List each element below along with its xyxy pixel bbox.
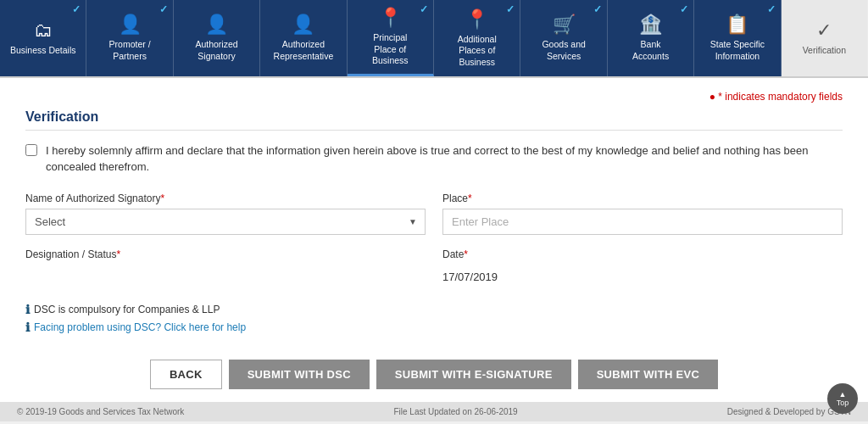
icon-state: 📋 xyxy=(726,14,748,36)
date-value: 17/07/2019 xyxy=(442,265,843,289)
nav-label-additional: AdditionalPlaces ofBusiness xyxy=(458,34,497,69)
nav-item-state-specific[interactable]: ✓ 📋 State SpecificInformation xyxy=(694,0,781,76)
nav-label-goods: Goods andServices xyxy=(542,39,585,62)
nav-item-authorized-rep[interactable]: 👤 AuthorizedRepresentative xyxy=(260,0,347,76)
top-navigation: ✓ 🗂 Business Details ✓ 👤 Promoter /Partn… xyxy=(0,0,868,78)
nav-label-business: Business Details xyxy=(10,45,76,57)
dsc-help-line: ℹ Facing problem using DSC? Click here f… xyxy=(25,321,843,334)
icon-auth-rep: 👤 xyxy=(292,14,314,36)
nav-item-goods-services[interactable]: ✓ 🛒 Goods andServices xyxy=(520,0,607,76)
info-section: ℹ DSC is compulsory for Companies & LLP … xyxy=(25,303,843,334)
mandatory-asterisk: ● xyxy=(709,91,715,103)
signatory-select[interactable]: Select xyxy=(25,209,426,235)
signatory-group: Name of Authorized Signatory* Select xyxy=(25,192,426,235)
declaration-row: I hereby solemnly affirm and declare tha… xyxy=(25,142,843,176)
submit-esig-button[interactable]: SUBMIT WITH E-SIGNATURE xyxy=(376,360,571,389)
designation-group: Designation / Status* xyxy=(25,248,426,289)
section-title: Verification xyxy=(25,109,843,131)
place-required: * xyxy=(468,192,472,204)
icon-bank: 🏦 xyxy=(639,14,662,36)
icon-goods: 🛒 xyxy=(553,14,576,36)
nav-item-business-details[interactable]: ✓ 🗂 Business Details xyxy=(0,0,86,76)
nav-item-verification[interactable]: ✓ Verification xyxy=(782,0,868,76)
footer-copyright: © 2019-19 Goods and Services Tax Network xyxy=(17,407,184,416)
place-input[interactable] xyxy=(442,209,843,235)
designation-required: * xyxy=(116,248,120,260)
declaration-checkbox[interactable] xyxy=(25,144,37,156)
nav-label-auth-rep: AuthorizedRepresentative xyxy=(274,39,334,62)
scroll-up-arrow: ▲ xyxy=(839,390,847,399)
date-label: Date* xyxy=(442,248,843,260)
main-content: ● * indicates mandatory fields Verificat… xyxy=(0,78,868,402)
footer-last-updated: File Last Updated on 26-06-2019 xyxy=(393,407,517,416)
nav-item-bank-accounts[interactable]: ✓ 🏦 BankAccounts xyxy=(608,0,694,76)
nav-label-verification: Verification xyxy=(803,45,846,57)
checkmark-additional: ✓ xyxy=(506,3,515,15)
designation-date-row: Designation / Status* Date* 17/07/2019 xyxy=(25,248,843,289)
icon-business: 🗂 xyxy=(34,20,53,42)
icon-verification: ✓ xyxy=(816,20,832,42)
checkmark-principal: ✓ xyxy=(420,3,428,15)
nav-label-bank: BankAccounts xyxy=(632,39,669,62)
icon-additional: 📍 xyxy=(465,8,488,31)
signatory-label: Name of Authorized Signatory* xyxy=(25,192,426,204)
back-button[interactable]: BACK xyxy=(150,360,222,389)
designation-label: Designation / Status* xyxy=(25,248,426,260)
button-row: BACK SUBMIT WITH DSC SUBMIT WITH E-SIGNA… xyxy=(25,360,843,389)
info-icon-help: ℹ xyxy=(25,321,30,334)
info-icon-dsc: ℹ xyxy=(25,303,30,316)
footer: © 2019-19 Goods and Services Tax Network… xyxy=(0,402,868,421)
dsc-help-link[interactable]: Facing problem using DSC? Click here for… xyxy=(34,321,246,333)
mandatory-note: ● * indicates mandatory fields xyxy=(25,91,843,103)
date-group: Date* 17/07/2019 xyxy=(442,248,843,289)
signatory-required: * xyxy=(160,192,164,204)
date-required: * xyxy=(464,248,468,260)
nav-item-principal-place[interactable]: ✓ 📍 PrincipalPlace ofBusiness xyxy=(348,0,434,76)
nav-item-additional-places[interactable]: ✓ 📍 AdditionalPlaces ofBusiness xyxy=(434,0,520,76)
dsc-note-line: ℹ DSC is compulsory for Companies & LLP xyxy=(25,303,843,316)
nav-item-promoter[interactable]: ✓ 👤 Promoter /Partners xyxy=(86,0,173,76)
checkmark-promoter: ✓ xyxy=(159,3,168,15)
icon-principal: 📍 xyxy=(379,7,402,29)
nav-label-auth-signatory: AuthorizedSignatory xyxy=(195,39,237,62)
icon-promoter: 👤 xyxy=(119,14,142,36)
submit-dsc-button[interactable]: SUBMIT WITH DSC xyxy=(229,360,370,389)
submit-evc-button[interactable]: SUBMIT WITH EVC xyxy=(578,360,719,389)
scroll-top-label: Top xyxy=(837,399,849,407)
dsc-note-text: DSC is compulsory for Companies & LLP xyxy=(34,304,220,315)
nav-label-promoter: Promoter /Partners xyxy=(109,39,151,62)
nav-label-state: State SpecificInformation xyxy=(710,39,765,62)
mandatory-note-text: * indicates mandatory fields xyxy=(718,91,843,103)
declaration-text: I hereby solemnly affirm and declare tha… xyxy=(46,142,843,176)
signatory-place-row: Name of Authorized Signatory* Select Pla… xyxy=(25,192,843,235)
checkmark-business: ✓ xyxy=(72,3,81,15)
icon-auth-signatory: 👤 xyxy=(205,14,228,36)
place-label: Place* xyxy=(442,192,843,204)
checkmark-goods: ✓ xyxy=(593,3,602,15)
checkmark-state: ✓ xyxy=(767,3,776,15)
checkmark-bank: ✓ xyxy=(680,3,688,15)
place-group: Place* xyxy=(442,192,843,235)
scroll-top-button[interactable]: ▲ Top xyxy=(827,383,858,414)
nav-item-authorized-signatory[interactable]: 👤 AuthorizedSignatory xyxy=(174,0,260,76)
signatory-select-wrapper: Select xyxy=(25,209,426,235)
nav-label-principal: PrincipalPlace ofBusiness xyxy=(372,32,409,67)
